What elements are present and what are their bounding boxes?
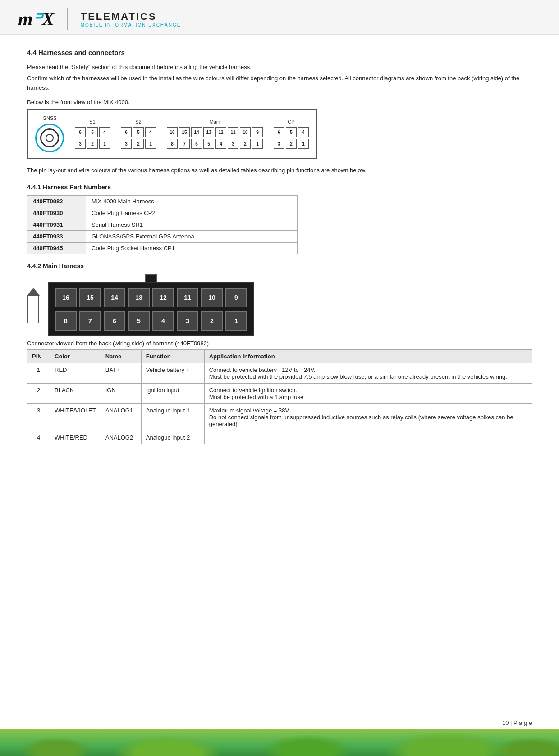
main-pin-2: 2 [240,139,251,149]
cell-name: ANALOG1 [101,404,141,431]
s2-bot-row: 3 2 1 [121,139,156,149]
content: 4.4 Harnesses and connectors Please read… [0,35,559,463]
s1-pin-3: 3 [75,139,86,149]
arrow-body [27,296,39,323]
main-pin-16: 16 [167,127,178,137]
col-color: Color [50,350,101,363]
logo-mx: mᵙX [18,9,55,28]
part-name: GLONASS/GPS External GPS Antenna [86,231,298,243]
arrow-up [27,288,40,323]
harness-bot-row: 8 7 6 5 4 3 2 1 [55,311,247,331]
main-bot-row: 8 7 6 5 4 3 2 1 [167,139,263,149]
cp-top-row: 6 5 4 [274,127,309,137]
front-view-label: Below is the front view of the MiX 4000. [27,99,532,105]
s2-pin-2: 2 [133,139,144,149]
s1-bot-row: 3 2 1 [75,139,110,149]
part-code: 440FT0931 [27,219,86,231]
page: mᵙX TELEMATICS MOBILE INFORMATION EXCHAN… [0,0,559,756]
main-pin-11: 11 [228,127,238,137]
part-table-row: 440FT0933GLONASS/GPS External GPS Antenn… [27,231,298,243]
section-442-title: 4.4.2 Main Harness [27,262,532,270]
logo-telematics-title: TELEMATICS [81,11,181,23]
intro-text-2: Confirm which of the harnesses will be u… [27,74,532,93]
col-name: Name [101,350,141,363]
s1-top-row: 6 5 4 [75,127,110,137]
footer: 10 | P a g e [0,717,559,756]
cp-pin-6: 6 [274,127,284,137]
cell-color: BLACK [50,384,101,404]
part-name: Code Plug Harness CP2 [86,207,298,219]
cell-name: ANALOG2 [101,431,141,444]
hpin-5: 5 [128,311,150,331]
cp-label: CP [288,119,294,124]
hpin-4: 4 [152,311,174,331]
main-top-row: 16 15 14 13 12 11 10 9 [167,127,263,137]
main-label: Main [210,119,220,124]
part-code: 440FT0982 [27,196,86,207]
cell-function: Ignition input [141,384,204,404]
harness-box: 16 15 14 13 12 11 10 9 8 7 6 5 4 [48,282,254,336]
main-connector: Main 16 15 14 13 12 11 10 9 8 7 6 5 4 [167,119,263,149]
col-pin: PIN [27,350,50,363]
part-table-row: 440FT0982MiX 4000 Main Harness [27,196,298,207]
cp-pin-5: 5 [286,127,297,137]
section-4-4-title: 4.4 Harnesses and connectors [27,49,532,56]
cell-function: Vehicle battery + [141,363,204,384]
s2-pin-3: 3 [121,139,132,149]
main-pin-14: 14 [191,127,202,137]
logo-telematics: TELEMATICS MOBILE INFORMATION EXCHANGE [81,11,181,27]
cell-pin: 1 [27,363,50,384]
main-harness-table: PIN Color Name Function Application Info… [27,349,532,444]
s1-pin-2: 2 [87,139,98,149]
cell-name: IGN [101,384,141,404]
hpin-6: 6 [104,311,125,331]
main-pin-7: 7 [179,139,190,149]
cp-connector: CP 6 5 4 3 2 1 [274,119,309,149]
main-pin-12: 12 [215,127,226,137]
s2-pin-1: 1 [145,139,156,149]
hpin-12: 12 [152,288,174,307]
main-pin-4: 4 [215,139,226,149]
harness-table-row: 4 WHITE/RED ANALOG2 Analogue input 2 [27,431,532,444]
cp-pin-3: 3 [274,139,284,149]
s2-top-row: 6 5 4 [121,127,156,137]
part-code: 440FT0930 [27,207,86,219]
s1-pin-4: 4 [99,127,110,137]
s1-pin-5: 5 [87,127,98,137]
gnss-label: GNSS [42,115,56,121]
cell-pin: 4 [27,431,50,444]
harness-table-row: 1 RED BAT+ Vehicle battery + Connect to … [27,363,532,384]
s2-pin-4: 4 [145,127,156,137]
harness-table-row: 2 BLACK IGN Ignition input Connect to ve… [27,384,532,404]
cell-application: Maximum signal voltage = 38V.Do not conn… [204,404,532,431]
hpin-16: 16 [55,288,77,307]
main-pin-13: 13 [203,127,214,137]
hpin-7: 7 [79,311,101,331]
main-pin-3: 3 [228,139,238,149]
logo-divider [67,8,68,30]
harness-diagram: 16 15 14 13 12 11 10 9 8 7 6 5 4 [27,274,532,336]
main-pin-15: 15 [179,127,190,137]
harness-caption: Connector viewed from the back (wiring s… [27,340,532,347]
part-table-row: 440FT0931Serial Harness SR1 [27,219,298,231]
s2-pin-5: 5 [133,127,144,137]
hpin-15: 15 [79,288,101,307]
cell-color: WHITE/RED [50,431,101,444]
cp-pin-4: 4 [298,127,309,137]
part-numbers-table: 440FT0982MiX 4000 Main Harness440FT0930C… [27,195,298,254]
logo-telematics-sub: MOBILE INFORMATION EXCHANGE [81,23,181,27]
page-number: 10 | P a g e [0,717,559,729]
cell-pin: 2 [27,384,50,404]
s2-pin-6: 6 [121,127,132,137]
cell-application [204,431,532,444]
col-function: Function [141,350,204,363]
main-pin-10: 10 [240,127,251,137]
main-pin-6: 6 [191,139,202,149]
footer-grass [0,729,559,756]
hpin-10: 10 [201,288,223,307]
part-code: 440FT0945 [27,243,86,254]
header: mᵙX TELEMATICS MOBILE INFORMATION EXCHAN… [0,0,559,35]
intro-text-1: Please read the “Safety” section of this… [27,63,532,72]
hpin-13: 13 [128,288,150,307]
main-pin-8: 8 [167,139,178,149]
